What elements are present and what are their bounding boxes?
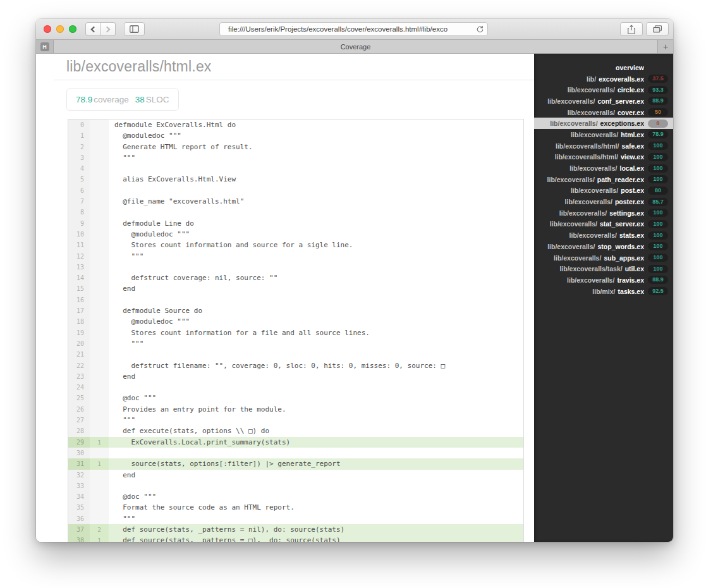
file-list-item[interactable]: lib/excoveralls/html.ex 78.9 bbox=[534, 129, 673, 140]
file-list-item[interactable]: lib/excoveralls/post.ex 80 bbox=[534, 185, 673, 197]
file-list-item[interactable]: lib/excoveralls.ex 37.5 bbox=[534, 73, 673, 85]
file-list-item[interactable]: lib/excoveralls/task/util.ex 100 bbox=[534, 263, 673, 274]
line-number: 8 bbox=[68, 207, 90, 217]
hit-count bbox=[90, 196, 109, 207]
sidebar-toggle-button[interactable] bbox=[124, 22, 145, 36]
zoom-window-button[interactable] bbox=[69, 25, 76, 33]
line-number: 26 bbox=[68, 404, 90, 415]
code-line-row: 16 bbox=[68, 295, 523, 305]
reload-button[interactable] bbox=[476, 25, 484, 34]
file-list-item[interactable]: lib/excoveralls/circle.ex 93.3 bbox=[534, 84, 673, 95]
file-name: travis.ex bbox=[617, 276, 644, 284]
coverage-percent-badge: 100 bbox=[648, 254, 668, 262]
file-list-item[interactable]: lib/excoveralls/sub_apps.ex 100 bbox=[534, 252, 673, 264]
file-path-prefix: lib/excoveralls/ bbox=[571, 187, 618, 194]
file-list-item[interactable]: lib/excoveralls/settings.ex 100 bbox=[534, 207, 673, 219]
file-list-item[interactable]: lib/excoveralls/conf_server.ex 88.9 bbox=[534, 95, 673, 107]
coverage-percent-badge: 80 bbox=[648, 187, 668, 195]
file-path-prefix: lib/excoveralls/ bbox=[550, 220, 597, 228]
address-bar[interactable]: file:///Users/erik/Projects/excoveralls/… bbox=[219, 22, 488, 36]
code-line-row: 19 Stores count information for a file a… bbox=[68, 328, 523, 338]
source-line: """ bbox=[109, 513, 523, 524]
plus-icon: + bbox=[663, 42, 668, 52]
code-line-row: 6 bbox=[68, 185, 523, 196]
code-line-row: 0 defmodule ExCoveralls.Html do bbox=[68, 119, 523, 130]
window-controls bbox=[44, 25, 76, 33]
hit-count bbox=[90, 251, 109, 262]
hit-count bbox=[90, 262, 109, 273]
file-list-label: lib/excoveralls/settings.ex bbox=[538, 209, 644, 217]
code-line-row: 38 1 def source(stats, _patterns = □), d… bbox=[68, 535, 523, 542]
file-name: circle.ex bbox=[618, 86, 644, 94]
forward-icon bbox=[104, 26, 110, 32]
back-button[interactable] bbox=[85, 22, 100, 36]
coverage-percent-badge: 88.9 bbox=[648, 276, 668, 284]
line-number: 19 bbox=[68, 328, 90, 338]
line-number: 3 bbox=[68, 152, 90, 163]
file-list-item[interactable]: lib/excoveralls/html/safe.ex 100 bbox=[534, 140, 673, 152]
url-fade bbox=[458, 23, 474, 35]
coverage-percent-badge: 85.7 bbox=[648, 198, 668, 206]
hit-count bbox=[90, 328, 109, 338]
line-number: 13 bbox=[68, 262, 90, 273]
minimize-window-button[interactable] bbox=[56, 25, 64, 33]
line-number: 34 bbox=[68, 491, 90, 502]
coverage-percent-badge: 100 bbox=[648, 209, 668, 217]
source-line: end bbox=[109, 470, 523, 481]
file-name: local.ex bbox=[619, 164, 644, 172]
coverage-percent-badge: 100 bbox=[648, 142, 668, 150]
close-window-button[interactable] bbox=[44, 25, 51, 33]
hit-count bbox=[90, 426, 109, 436]
new-tab-button[interactable]: + bbox=[657, 40, 673, 53]
coverage-percent-badge: 100 bbox=[648, 265, 668, 273]
share-button[interactable] bbox=[620, 22, 643, 36]
hit-count bbox=[90, 229, 109, 240]
file-list-item[interactable]: lib/excoveralls/stat_server.ex 100 bbox=[534, 219, 673, 230]
file-list-item[interactable]: lib/excoveralls/exceptions.ex 0 bbox=[534, 118, 673, 129]
source-line: Format the source code as an HTML report… bbox=[109, 502, 523, 513]
line-number: 37 bbox=[68, 524, 90, 535]
coverage-stats-badge: 78.9coverage38SLOC bbox=[66, 89, 179, 111]
file-name: poster.ex bbox=[615, 198, 644, 205]
pinned-tab[interactable]: H bbox=[36, 40, 54, 53]
line-number: 18 bbox=[68, 316, 90, 327]
code-line-row: 15 end bbox=[68, 283, 523, 294]
coverage-percent-badge: 100 bbox=[648, 242, 668, 250]
code-line-row: 23 end bbox=[68, 371, 523, 382]
file-list-item[interactable]: lib/mix/tasks.ex 92.5 bbox=[534, 286, 673, 297]
file-list-item[interactable]: lib/excoveralls/local.ex 100 bbox=[534, 162, 673, 174]
file-list-label: lib/excoveralls/stop_words.ex bbox=[538, 243, 644, 250]
tab-coverage[interactable]: Coverage bbox=[54, 40, 657, 53]
line-number: 17 bbox=[68, 305, 90, 316]
file-name: tasks.ex bbox=[618, 288, 644, 295]
file-list-item[interactable]: lib/excoveralls/cover.ex 50 bbox=[534, 107, 673, 118]
url-text: file:///Users/erik/Projects/excoveralls/… bbox=[228, 25, 447, 33]
source-line: Stores count information for a file and … bbox=[109, 328, 523, 338]
code-line-row: 28 def execute(stats, options \\ □) do bbox=[68, 426, 523, 436]
file-path-prefix: lib/excoveralls/html/ bbox=[555, 153, 618, 161]
source-line: defmodule Line do bbox=[109, 218, 523, 229]
code-line-row: 30 bbox=[68, 448, 523, 458]
code-line-row: 14 defstruct coverage: nil, source: "" bbox=[68, 273, 523, 283]
code-line-row: 29 1 ExCoveralls.Local.print_summary(sta… bbox=[68, 437, 523, 448]
file-name: conf_server.ex bbox=[597, 97, 644, 105]
code-line-row: 3 """ bbox=[68, 152, 523, 163]
file-name: cover.ex bbox=[618, 109, 644, 116]
forward-button[interactable] bbox=[100, 22, 116, 36]
file-list-label: lib/excoveralls/circle.ex bbox=[538, 86, 644, 94]
line-number: 5 bbox=[68, 174, 90, 185]
line-number: 27 bbox=[68, 415, 90, 426]
file-list-item[interactable]: lib/excoveralls/path_reader.ex 100 bbox=[534, 174, 673, 185]
file-list-label: lib/excoveralls/task/util.ex bbox=[538, 265, 644, 273]
line-number: 11 bbox=[68, 240, 90, 250]
tab-overview-button[interactable] bbox=[646, 22, 669, 36]
file-list-item[interactable]: lib/excoveralls/stats.ex 100 bbox=[534, 230, 673, 241]
file-list-item[interactable]: overview bbox=[534, 62, 673, 73]
file-name: util.ex bbox=[625, 265, 644, 273]
code-line-row: 1 @moduledoc """ bbox=[68, 130, 523, 141]
file-list-item[interactable]: lib/excoveralls/stop_words.ex 100 bbox=[534, 241, 673, 252]
coverage-percent-badge: 93.3 bbox=[648, 86, 668, 94]
file-list-item[interactable]: lib/excoveralls/poster.ex 85.7 bbox=[534, 196, 673, 207]
file-list-item[interactable]: lib/excoveralls/travis.ex 88.9 bbox=[534, 274, 673, 286]
file-list-item[interactable]: lib/excoveralls/html/view.ex 100 bbox=[534, 152, 673, 163]
